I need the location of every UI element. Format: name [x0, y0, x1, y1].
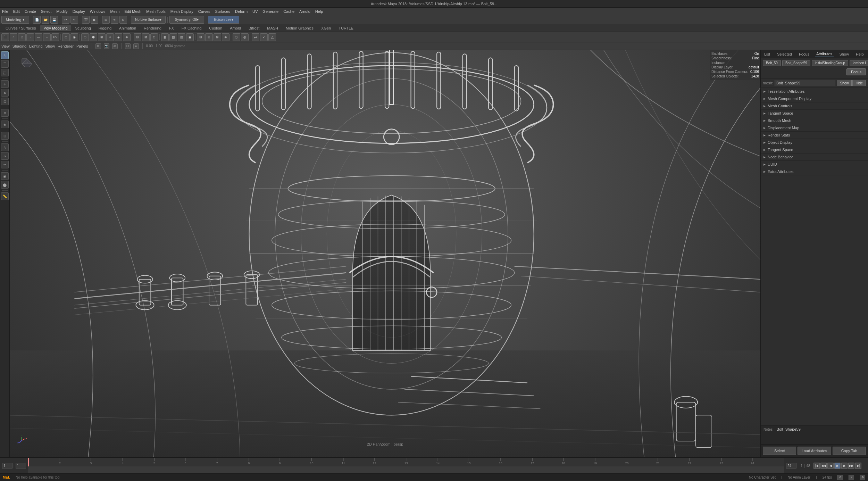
measure-btn[interactable]: 📏	[1, 192, 9, 200]
select-edge-btn[interactable]: —	[35, 33, 42, 41]
select-object-btn[interactable]: ○	[10, 33, 17, 41]
settings-btn[interactable]: ⚙	[860, 475, 865, 480]
attr-mesh-controls[interactable]: ▶ Mesh Controls	[761, 102, 868, 110]
poly-fill-btn[interactable]: ▦	[161, 33, 169, 41]
attr-uuid[interactable]: ▶ UUID	[761, 161, 868, 168]
menu-surfaces[interactable]: Surfaces	[215, 9, 230, 14]
tab-custom[interactable]: Custom	[206, 25, 226, 31]
menu-generate[interactable]: Generate	[262, 9, 278, 14]
smooth-shade-btn[interactable]: ●	[133, 43, 139, 49]
tab-xgen[interactable]: XGen	[318, 25, 334, 31]
rp-tab-selected[interactable]: Selected	[776, 51, 793, 57]
sculpt-btn[interactable]: ◉	[1, 172, 9, 180]
tab-poly-modeling[interactable]: Poly Modeling	[40, 25, 71, 31]
obj-chip-boltshape59[interactable]: Bolt_Shape59	[782, 60, 810, 66]
tab-animation[interactable]: Animation	[116, 25, 140, 31]
snap-to-point-btn[interactable]: ⊙	[119, 16, 127, 24]
loop-btn[interactable]: ↺	[837, 475, 843, 480]
tab-sculpting[interactable]: Sculpting	[72, 25, 94, 31]
poly-transfer-btn[interactable]: ⇄	[252, 33, 259, 41]
poly-separate-btn[interactable]: ⊠	[214, 33, 221, 41]
menu-modify[interactable]: Modify	[56, 9, 67, 14]
poly-split-btn[interactable]: ✂	[106, 33, 114, 41]
symmetry-dropdown[interactable]: Symmetry: Off▾	[169, 16, 204, 24]
user-menu[interactable]: Edison Lee▾	[208, 16, 239, 24]
next-key-btn[interactable]: ▶▶	[848, 463, 854, 469]
poly-bridge-btn[interactable]: ⬢	[90, 33, 97, 41]
last-frame-btn[interactable]: ▶|	[855, 463, 861, 469]
rp-tab-focus[interactable]: Focus	[798, 51, 811, 57]
lighting-menu[interactable]: Lighting	[29, 44, 43, 48]
poly-bevel-btn[interactable]: ◈	[115, 33, 122, 41]
poly-quad-draw-btn[interactable]: ▣	[186, 33, 194, 41]
soft-mod-btn[interactable]: ◈	[1, 121, 9, 128]
menu-create[interactable]: Create	[25, 9, 36, 14]
scale-tool-btn[interactable]: ⊡	[1, 98, 9, 105]
menu-edit-mesh[interactable]: Edit Mesh	[124, 9, 141, 14]
rp-tab-attributes[interactable]: Attributes	[815, 51, 834, 57]
save-scene-btn[interactable]: 💾	[50, 16, 58, 24]
poly-offset-edge-btn[interactable]: ⊡	[150, 33, 158, 41]
show-manipulator-btn[interactable]: ⊟	[1, 132, 9, 140]
viewport[interactable]: Backfaces: On Smoothness: Fine Instance:	[10, 50, 760, 457]
attr-tangent-space[interactable]: ▶ Tangent Space	[761, 110, 868, 117]
prev-frame-btn[interactable]: ◀	[827, 463, 834, 469]
universal-manip-btn[interactable]: ⊕	[1, 109, 9, 117]
object-display-btn[interactable]: ◎	[112, 43, 118, 49]
select-face-btn[interactable]: ▪	[43, 33, 51, 41]
paint-weights-btn[interactable]: ⬤	[1, 181, 9, 189]
select-uv-btn[interactable]: UV	[51, 33, 59, 41]
modeling-mode-dropdown[interactable]: Modeling ▾	[1, 16, 29, 24]
navigation-cube[interactable]: Y	[20, 53, 34, 67]
prev-key-btn[interactable]: ◀◀	[820, 463, 827, 469]
select-component-btn[interactable]: ◇	[18, 33, 26, 41]
tab-rendering[interactable]: Rendering	[140, 25, 165, 31]
poly-cleanup-btn[interactable]: ✓	[260, 33, 268, 41]
snap-btn[interactable]: ⊡	[62, 33, 70, 41]
poly-boolean-btn[interactable]: ⊕	[222, 33, 229, 41]
first-frame-btn[interactable]: |◀	[813, 463, 820, 469]
tab-arnold[interactable]: Arnold	[226, 25, 244, 31]
move-tool-btn[interactable]: ✛	[1, 80, 9, 88]
menu-windows[interactable]: Windows	[90, 9, 106, 14]
wireframe-btn[interactable]: ⬡	[125, 43, 131, 49]
poly-merge-btn[interactable]: ⊞	[98, 33, 106, 41]
load-attributes-button[interactable]: Load Attributes	[798, 447, 831, 455]
timeline-ruler[interactable]: 1 2 3 4 5 6	[28, 458, 784, 473]
soft-select-btn[interactable]: ◉	[70, 33, 78, 41]
rotate-tool-btn[interactable]: ↻	[1, 89, 9, 97]
snap-to-curve-btn[interactable]: ∿	[111, 16, 118, 24]
menu-file[interactable]: File	[2, 9, 8, 14]
range-end-input[interactable]	[786, 463, 796, 468]
menu-help[interactable]: Help	[315, 9, 323, 14]
poly-combine-btn[interactable]: ⊞	[205, 33, 213, 41]
attr-extra[interactable]: ▶ Extra Attributes	[761, 168, 868, 175]
menu-mesh-tools[interactable]: Mesh Tools	[146, 9, 165, 14]
select-button[interactable]: Select	[763, 447, 796, 455]
menu-cache[interactable]: Cache	[283, 9, 294, 14]
lasso-tool-btn[interactable]: ⌒	[1, 60, 9, 68]
new-scene-btn[interactable]: 📄	[33, 16, 41, 24]
curve-cv-btn[interactable]: ∿	[1, 143, 9, 151]
panels-menu[interactable]: Panels	[76, 44, 88, 48]
paint-select-btn[interactable]: ⬚	[1, 69, 9, 76]
menu-edit[interactable]: Edit	[13, 9, 20, 14]
next-frame-btn[interactable]: ▶	[841, 463, 848, 469]
attr-tessellation[interactable]: ▶ Tessellation Attributes	[761, 88, 868, 95]
attr-tangent-space2[interactable]: ▶ Tangent Space	[761, 146, 868, 154]
menu-display[interactable]: Display	[73, 9, 85, 14]
poly-extrude-btn[interactable]: ⬡	[81, 33, 89, 41]
menu-arnold[interactable]: Arnold	[299, 9, 310, 14]
attr-node-behavior[interactable]: ▶ Node Behavior	[761, 154, 868, 161]
poly-append-btn[interactable]: ▧	[169, 33, 177, 41]
menu-mesh-display[interactable]: Mesh Display	[170, 9, 193, 14]
poly-mirror-btn[interactable]: ⊟	[197, 33, 205, 41]
tab-fx[interactable]: FX	[166, 25, 177, 31]
obj-chip-shadinggroup[interactable]: initialShadingGroup	[812, 60, 848, 66]
hide-button[interactable]: Hide	[852, 80, 866, 86]
attr-render-stats[interactable]: ▶ Render Stats	[761, 132, 868, 139]
audio-btn[interactable]: ♪	[849, 475, 854, 480]
poly-subdivide-btn[interactable]: ◍	[241, 33, 249, 41]
menu-mesh[interactable]: Mesh	[110, 9, 119, 14]
poly-create-btn[interactable]: ▤	[178, 33, 185, 41]
